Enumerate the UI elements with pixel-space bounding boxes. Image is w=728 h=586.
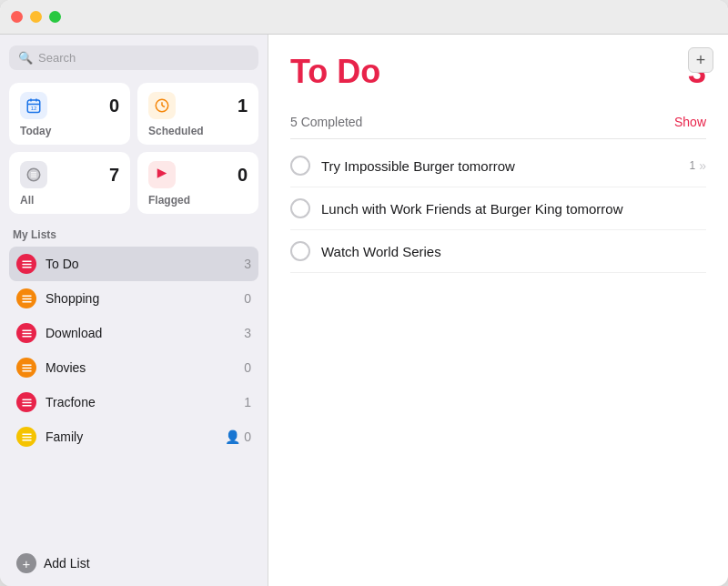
list-icon-family (16, 427, 36, 447)
smart-list-scheduled[interactable]: 1 Scheduled (137, 83, 258, 145)
sidebar-item-todo[interactable]: To Do3 (9, 247, 258, 281)
list-icon-todo (16, 254, 36, 274)
sidebar-item-tracfone[interactable]: Tracfone1 (9, 385, 258, 419)
svg-rect-29 (22, 436, 31, 437)
list-icon-movies (16, 358, 36, 378)
completed-label: 5 Completed (290, 115, 362, 129)
list-badge-tracfone: 1 (244, 395, 251, 409)
flagged-count: 0 (238, 165, 248, 186)
task-text-task3: Watch World Series (321, 244, 706, 259)
list-name-family: Family (46, 429, 216, 444)
task-item-task1[interactable]: Try Impossible Burger tomorrow1» (290, 145, 706, 187)
svg-text:12: 12 (31, 106, 37, 111)
search-placeholder: Search (38, 51, 76, 65)
smart-list-all[interactable]: 7 All (9, 152, 130, 214)
svg-rect-24 (22, 370, 31, 371)
scheduled-icon (148, 92, 176, 119)
list-badge-shopping: 0 (244, 291, 251, 306)
svg-rect-16 (22, 295, 31, 296)
minimize-button[interactable] (30, 11, 42, 23)
list-name-movies: Movies (46, 360, 235, 375)
svg-rect-14 (22, 263, 31, 264)
task-item-task2[interactable]: Lunch with Work Friends at Burger King t… (290, 187, 706, 230)
scheduled-count: 1 (238, 96, 248, 116)
svg-rect-30 (22, 440, 31, 440)
task-chevron-task1: » (699, 158, 706, 173)
app-window: 🔍 Search 12 0 Today (0, 0, 728, 586)
svg-rect-17 (22, 298, 31, 298)
svg-rect-26 (22, 401, 31, 402)
task-checkbox-task1[interactable] (290, 156, 310, 176)
all-icon (20, 161, 47, 188)
list-name-todo: To Do (46, 257, 235, 271)
smart-lists-grid: 12 0 Today 1 Scheduled (9, 83, 258, 214)
shared-icon-family: 👤 (225, 429, 240, 444)
list-badge-download: 3 (244, 326, 251, 340)
main-title: To Do (290, 53, 380, 91)
task-checkbox-task2[interactable] (290, 198, 310, 218)
content-area: 🔍 Search 12 0 Today (0, 35, 728, 586)
task-checkbox-task3[interactable] (290, 241, 310, 261)
svg-rect-21 (22, 336, 31, 337)
flagged-label: Flagged (148, 194, 248, 207)
list-badge-todo: 3 (244, 257, 251, 271)
list-name-tracfone: Tracfone (46, 395, 235, 409)
list-name-shopping: Shopping (46, 291, 235, 306)
svg-rect-22 (22, 364, 31, 365)
task-badge-task1: 1 (690, 159, 696, 172)
titlebar (0, 0, 728, 35)
svg-rect-23 (22, 367, 31, 368)
close-button[interactable] (11, 11, 23, 23)
svg-rect-19 (22, 329, 31, 330)
smart-list-today[interactable]: 12 0 Today (9, 83, 130, 145)
add-task-button[interactable]: + (688, 47, 713, 73)
task-item-task3[interactable]: Watch World Series (290, 230, 706, 273)
flagged-icon (148, 161, 176, 188)
add-list-icon: + (16, 553, 36, 573)
today-icon: 12 (20, 92, 47, 119)
list-icon-download (16, 323, 36, 343)
list-icon-tracfone (16, 392, 36, 412)
sidebar-item-shopping[interactable]: Shopping0 (9, 281, 258, 316)
main-content: + To Do 3 5 Completed Show Try Impossibl… (268, 35, 728, 586)
svg-rect-13 (22, 260, 31, 261)
add-list-label: Add List (44, 556, 90, 571)
task-text-task1: Try Impossible Burger tomorrow (321, 158, 679, 174)
svg-rect-25 (22, 399, 31, 399)
search-bar[interactable]: 🔍 Search (9, 45, 258, 70)
svg-line-7 (162, 106, 165, 107)
main-header: To Do 3 (290, 53, 706, 91)
search-icon: 🔍 (18, 51, 33, 65)
smart-list-flagged[interactable]: 0 Flagged (137, 152, 258, 214)
list-icon-shopping (16, 288, 36, 308)
svg-rect-15 (22, 267, 31, 268)
list-name-download: Download (46, 326, 235, 340)
sidebar: 🔍 Search 12 0 Today (0, 35, 268, 586)
scheduled-label: Scheduled (148, 125, 248, 137)
list-badge-movies: 0 (244, 360, 251, 375)
sidebar-item-family[interactable]: Family👤0 (9, 419, 258, 454)
svg-rect-27 (22, 405, 31, 406)
lists-container: To Do3Shopping0Download3Movies0Tracfone1… (9, 247, 258, 454)
today-label: Today (20, 125, 119, 137)
svg-rect-28 (22, 433, 31, 434)
show-completed-button[interactable]: Show (674, 115, 706, 129)
tasks-container: Try Impossible Burger tomorrow1»Lunch wi… (290, 145, 706, 273)
svg-marker-12 (157, 168, 167, 178)
all-count: 7 (109, 165, 119, 186)
task-text-task2: Lunch with Work Friends at Burger King t… (321, 201, 706, 217)
list-badge-family: 0 (244, 429, 251, 444)
today-count: 0 (109, 96, 119, 116)
svg-rect-20 (22, 332, 31, 333)
add-list-button[interactable]: + Add List (9, 544, 258, 577)
my-lists-heading: My Lists (9, 228, 258, 241)
completed-row: 5 Completed Show (290, 106, 706, 139)
maximize-button[interactable] (49, 11, 61, 23)
sidebar-item-movies[interactable]: Movies0 (9, 350, 258, 385)
all-label: All (20, 194, 119, 207)
sidebar-item-download[interactable]: Download3 (9, 316, 258, 350)
svg-rect-18 (22, 301, 31, 302)
